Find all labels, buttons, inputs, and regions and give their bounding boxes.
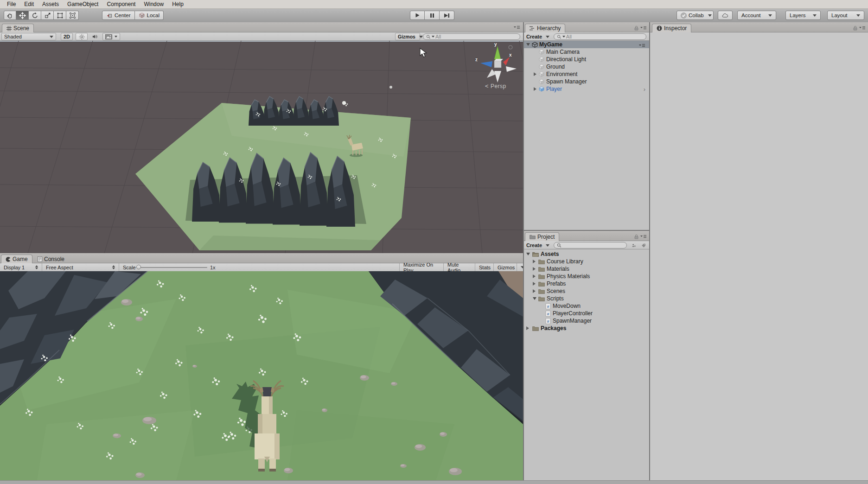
menu-gameobject[interactable]: GameObject xyxy=(63,0,102,8)
menu-assets[interactable]: Assets xyxy=(38,0,63,8)
cube-icon xyxy=(538,64,545,70)
project-item-playercontroller[interactable]: # PlayerController xyxy=(524,310,649,317)
scale-slider-knob[interactable] xyxy=(136,265,141,269)
project-item-scenes[interactable]: Scenes xyxy=(524,287,649,295)
layout-dropdown[interactable]: Layout xyxy=(827,11,864,20)
game-gizmos-button[interactable]: Gizmos xyxy=(493,263,517,271)
hierarchy-lock-icon[interactable] xyxy=(634,25,638,31)
menu-edit[interactable]: Edit xyxy=(20,0,38,8)
hierarchy-item-directional-light[interactable]: Directional Light xyxy=(524,56,649,63)
project-item-course-library[interactable]: Course Library xyxy=(524,258,649,265)
scale-slider-track[interactable] xyxy=(138,267,207,268)
rotate-tool-button[interactable] xyxy=(29,11,41,20)
hierarchy-item-spawn-manager[interactable]: Spawn Manager xyxy=(524,78,649,85)
expand-triangle-icon[interactable] xyxy=(526,326,529,330)
project-create-button[interactable]: Create xyxy=(525,242,550,249)
transform-tool-button[interactable] xyxy=(66,11,79,20)
project-lock-icon[interactable] xyxy=(634,234,638,239)
play-button[interactable] xyxy=(410,11,425,20)
hierarchy-search-field[interactable] xyxy=(554,33,646,40)
game-tab-label: Game xyxy=(13,256,28,262)
collab-button[interactable]: Collab xyxy=(677,11,714,20)
hierarchy-create-button[interactable]: Create xyxy=(525,33,550,40)
menu-file[interactable]: File xyxy=(3,0,20,8)
project-toolbar: Create xyxy=(524,241,649,249)
tab-console[interactable]: Console xyxy=(33,255,69,263)
project-search-input[interactable] xyxy=(562,242,624,248)
projection-mode-label[interactable]: < Persp xyxy=(485,83,506,89)
expand-triangle-icon[interactable] xyxy=(533,267,536,271)
expand-triangle-icon[interactable] xyxy=(526,43,530,46)
project-search-field[interactable] xyxy=(554,242,627,248)
hierarchy-item-player[interactable]: Player › xyxy=(524,85,649,93)
scene-effects-dropdown[interactable] xyxy=(102,33,120,40)
scene-audio-toggle[interactable] xyxy=(89,33,101,40)
project-item-assets[interactable]: Assets xyxy=(524,250,649,258)
display-dropdown[interactable]: Display 1 xyxy=(0,263,42,271)
script-icon: # xyxy=(545,303,551,309)
pivot-center-button[interactable]: Center xyxy=(102,11,135,20)
shading-mode-dropdown[interactable]: Shaded xyxy=(1,33,56,40)
expand-triangle-icon[interactable] xyxy=(533,289,536,293)
game-viewport[interactable] xyxy=(0,271,523,480)
hierarchy-scene-row[interactable]: MyGame xyxy=(524,41,649,48)
move-tool-button[interactable] xyxy=(16,11,29,20)
stats-button[interactable]: Stats xyxy=(475,263,493,271)
tab-game[interactable]: Game xyxy=(1,255,32,263)
hierarchy-item-main-camera[interactable]: Main Camera xyxy=(524,48,649,56)
tab-inspector[interactable]: Inspector xyxy=(652,24,691,32)
hierarchy-search-input[interactable] xyxy=(566,34,643,39)
cloud-button[interactable] xyxy=(718,11,733,20)
scene-viewport[interactable]: y x z < Persp xyxy=(0,41,523,253)
prefab-chevron-icon[interactable]: › xyxy=(644,86,645,93)
scene-panel-menu[interactable] xyxy=(514,25,520,30)
project-item-prefabs[interactable]: Prefabs xyxy=(524,280,649,287)
mute-audio-button[interactable]: Mute Audio xyxy=(443,263,475,271)
search-by-label-button[interactable] xyxy=(639,242,648,249)
project-item-physics-materials[interactable]: Physics Materials xyxy=(524,273,649,280)
expand-triangle-icon[interactable] xyxy=(534,72,536,76)
rect-tool-button[interactable] xyxy=(54,11,66,20)
search-by-type-button[interactable] xyxy=(629,242,638,249)
layers-dropdown[interactable]: Layers xyxy=(785,11,821,20)
expand-triangle-icon[interactable] xyxy=(533,282,536,286)
scale-tool-button[interactable] xyxy=(41,11,54,20)
hierarchy-panel-menu-icon[interactable] xyxy=(640,26,647,30)
2d-toggle[interactable]: 2D xyxy=(61,33,73,40)
inspector-lock-icon[interactable] xyxy=(853,25,857,31)
expand-triangle-icon[interactable] xyxy=(526,253,530,255)
orientation-local-button[interactable]: Local xyxy=(135,11,164,20)
tab-hierarchy[interactable]: Hierarchy xyxy=(525,24,565,32)
project-item-movedown[interactable]: # MoveDown xyxy=(524,302,649,310)
inspector-panel-menu-icon[interactable] xyxy=(859,26,866,30)
menu-window[interactable]: Window xyxy=(140,0,168,8)
expand-triangle-icon[interactable] xyxy=(533,260,536,263)
hand-tool-button[interactable] xyxy=(4,11,16,20)
expand-triangle-icon[interactable] xyxy=(533,274,536,278)
project-item-spawnmanager[interactable]: # SpawnManager xyxy=(524,317,649,325)
unity-logo-icon xyxy=(531,41,538,48)
scene-search-input[interactable] xyxy=(435,34,517,39)
expand-triangle-icon[interactable] xyxy=(533,297,536,300)
collab-label: Collab xyxy=(689,13,704,18)
step-button[interactable] xyxy=(440,11,454,20)
pause-button[interactable] xyxy=(425,11,440,20)
hierarchy-item-environment[interactable]: Environment xyxy=(524,70,649,78)
aspect-dropdown[interactable]: Free Aspect xyxy=(42,263,119,271)
menu-help[interactable]: Help xyxy=(168,0,188,8)
hierarchy-item-ground[interactable]: Ground xyxy=(524,63,649,70)
tab-scene[interactable]: Scene xyxy=(2,24,34,32)
project-item-materials[interactable]: Materials xyxy=(524,265,649,273)
tab-project[interactable]: Project xyxy=(525,232,559,241)
scene-gizmos-dropdown[interactable]: Gizmos xyxy=(395,33,420,40)
account-dropdown[interactable]: Account xyxy=(737,11,776,20)
expand-triangle-icon[interactable] xyxy=(534,87,536,91)
project-item-scripts[interactable]: Scripts xyxy=(524,295,649,302)
maximize-on-play-button[interactable]: Maximize On Play xyxy=(399,263,443,271)
project-panel-menu-icon[interactable] xyxy=(640,235,647,239)
scene-lighting-toggle[interactable] xyxy=(76,33,88,40)
project-item-packages[interactable]: Packages xyxy=(524,325,649,332)
scene-search-field[interactable] xyxy=(423,33,520,40)
game-gizmos-arrow[interactable] xyxy=(517,263,523,271)
menu-component[interactable]: Component xyxy=(102,0,140,8)
